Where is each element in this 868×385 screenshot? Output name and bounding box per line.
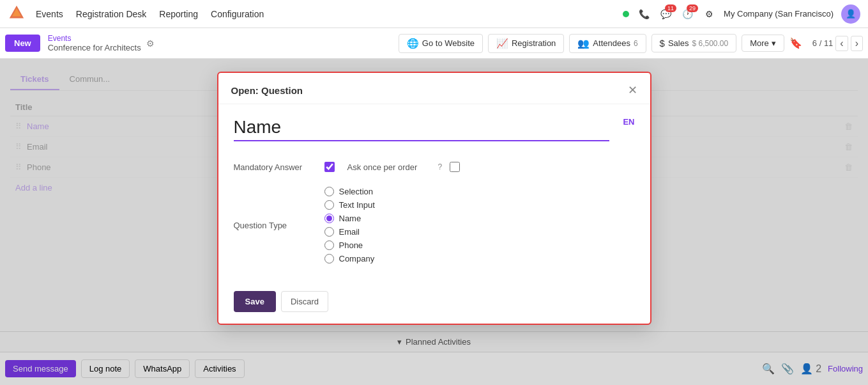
modal-header: Open: Question ✕ bbox=[218, 73, 650, 104]
toolbar: New Events Conference for Architects ⚙ 🌐… bbox=[0, 28, 868, 59]
mandatory-answer-row: Mandatory Answer bbox=[234, 162, 335, 172]
radio-company-input[interactable] bbox=[324, 254, 334, 263]
bookmark-icon[interactable]: 🔖 bbox=[789, 37, 802, 49]
status-dot bbox=[623, 11, 629, 17]
pagination: 6 / 11 ‹ › bbox=[812, 36, 863, 51]
language-selector[interactable]: EN bbox=[623, 117, 634, 127]
radio-name: Name bbox=[324, 212, 375, 225]
radio-selection: Selection bbox=[324, 185, 375, 198]
radio-phone: Phone bbox=[324, 239, 375, 252]
radio-phone-label[interactable]: Phone bbox=[339, 240, 363, 250]
question-type-row: Question Type Selection Text Input Na bbox=[234, 185, 635, 265]
ask-once-checkbox[interactable] bbox=[450, 162, 460, 172]
radio-phone-input[interactable] bbox=[324, 240, 334, 250]
modal-footer: Save Discard bbox=[218, 283, 650, 324]
main-area: Tickets Commun... Title ⠿ Name 🗑 ⠿ Email… bbox=[0, 59, 868, 385]
radio-text-input: Text Input bbox=[324, 198, 375, 212]
nav-reporting[interactable]: Reporting bbox=[159, 9, 198, 19]
modal-title: Open: Question bbox=[231, 85, 303, 96]
settings-icon[interactable]: ⚙ bbox=[702, 7, 716, 21]
ask-once-label: Ask once per order bbox=[347, 162, 430, 172]
activity-icon[interactable]: 🕐29 bbox=[680, 7, 694, 21]
logo[interactable] bbox=[8, 4, 26, 24]
ask-once-row: Ask once per order ? bbox=[347, 162, 461, 172]
radio-text-input-label[interactable]: Text Input bbox=[339, 200, 375, 210]
dollar-icon: $ bbox=[660, 38, 665, 49]
breadcrumb-parent[interactable]: Events bbox=[48, 34, 141, 43]
radio-company: Company bbox=[324, 252, 375, 265]
radio-selection-label[interactable]: Selection bbox=[339, 187, 373, 196]
radio-name-input[interactable] bbox=[324, 214, 334, 223]
modal-dialog: Open: Question ✕ EN Mandatory Answer Ask… bbox=[217, 72, 651, 325]
chart-icon: 📈 bbox=[496, 38, 508, 49]
question-type-options: Selection Text Input Name Email bbox=[324, 185, 375, 265]
chevron-down-icon: ▾ bbox=[772, 38, 776, 48]
sales-button[interactable]: $ Sales $ 6,500.00 bbox=[651, 34, 737, 52]
radio-selection-input[interactable] bbox=[324, 187, 334, 196]
nav-configuration[interactable]: Configuration bbox=[211, 9, 264, 19]
topbar: Events Registration Desk Reporting Confi… bbox=[0, 0, 868, 28]
pagination-text: 6 / 11 bbox=[812, 38, 834, 48]
save-button[interactable]: Save bbox=[234, 291, 276, 312]
modal-close-button[interactable]: ✕ bbox=[628, 83, 637, 97]
breadcrumb: Events Conference for Architects bbox=[48, 34, 141, 52]
people-icon: 👥 bbox=[577, 38, 590, 49]
company-name: My Company (San Francisco) bbox=[724, 9, 834, 19]
modal-body: EN Mandatory Answer Ask once per order ? bbox=[218, 104, 650, 283]
radio-name-label[interactable]: Name bbox=[339, 214, 362, 223]
radio-email-label[interactable]: Email bbox=[339, 227, 360, 237]
avatar[interactable]: 👤 bbox=[841, 4, 860, 24]
attendees-button[interactable]: 👥 Attendees 6 bbox=[569, 34, 646, 53]
new-button[interactable]: New bbox=[5, 35, 40, 52]
radio-email: Email bbox=[324, 225, 375, 239]
nav-events-main[interactable]: Events bbox=[36, 9, 63, 19]
help-icon[interactable]: ? bbox=[438, 162, 443, 171]
registration-button[interactable]: 📈 Registration bbox=[488, 34, 564, 53]
radio-company-label[interactable]: Company bbox=[339, 254, 375, 263]
question-type-label: Question Type bbox=[234, 221, 317, 230]
discard-button[interactable]: Discard bbox=[281, 291, 328, 312]
go-to-website-button[interactable]: 🌐 Go to Website bbox=[399, 34, 483, 53]
more-button[interactable]: More ▾ bbox=[742, 35, 784, 52]
top-nav: Events Registration Desk Reporting Confi… bbox=[36, 9, 613, 19]
attendees-count: 6 bbox=[634, 39, 638, 48]
globe-icon: 🌐 bbox=[407, 38, 419, 49]
sales-amount: $ 6,500.00 bbox=[692, 39, 728, 48]
nav-registration-desk[interactable]: Registration Desk bbox=[76, 9, 147, 19]
modal-name-row: EN bbox=[234, 117, 635, 152]
modal-overlay: Open: Question ✕ EN Mandatory Answer Ask… bbox=[0, 59, 868, 385]
radio-text-input-input[interactable] bbox=[324, 200, 334, 210]
radio-email-input[interactable] bbox=[324, 227, 334, 237]
mandatory-answer-label: Mandatory Answer bbox=[234, 162, 317, 172]
next-page-button[interactable]: › bbox=[851, 36, 863, 51]
breadcrumb-current: Conference for Architects bbox=[48, 43, 141, 52]
messages-icon[interactable]: 💬11 bbox=[659, 7, 673, 21]
phone-icon[interactable]: 📞 bbox=[637, 7, 651, 21]
prev-page-button[interactable]: ‹ bbox=[835, 36, 848, 51]
options-row: Mandatory Answer Ask once per order ? bbox=[234, 162, 635, 180]
question-name-input[interactable] bbox=[234, 117, 609, 141]
settings-gear-icon[interactable]: ⚙ bbox=[146, 38, 155, 49]
topbar-right: 📞 💬11 🕐29 ⚙ My Company (San Francisco) 👤 bbox=[623, 4, 860, 24]
mandatory-answer-checkbox[interactable] bbox=[324, 162, 335, 172]
